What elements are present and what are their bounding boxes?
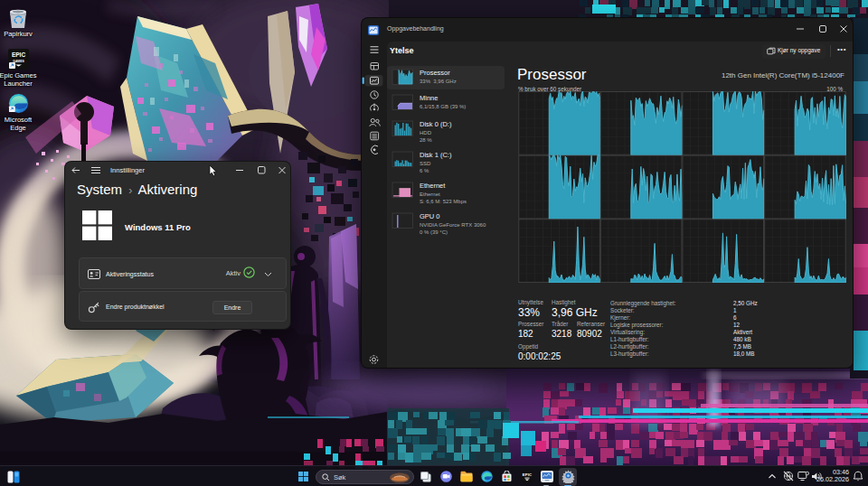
- svg-text:Innstillinger: Innstillinger: [110, 166, 145, 174]
- svg-text:EPIC: EPIC: [523, 472, 533, 477]
- svg-text:EPIC: EPIC: [12, 51, 25, 58]
